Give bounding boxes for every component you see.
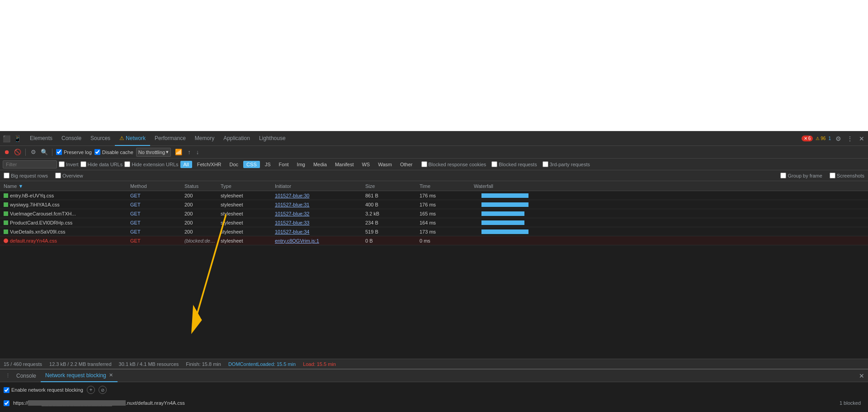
table-row[interactable]: ProductCard.EVI0DRHp.css GET 200 stylesh… — [0, 218, 868, 227]
filter-chip-media[interactable]: Media — [310, 161, 330, 168]
blocking-url: https://████████████████████.nuxt/defaul… — [13, 400, 185, 406]
tab-performance[interactable]: Performance — [150, 131, 190, 146]
col-initiator[interactable]: Initiator — [273, 183, 363, 189]
blocked-requests-checkbox[interactable] — [491, 161, 497, 167]
row-initiator-0[interactable]: 101527-blue:30 — [273, 193, 363, 198]
filter-chip-manifest[interactable]: Manifest — [332, 161, 357, 168]
hide-extension-urls-checkbox[interactable] — [124, 161, 130, 167]
col-status[interactable]: Status — [183, 183, 219, 189]
warning-count-badge[interactable]: ⚠ 96 — [816, 136, 826, 141]
enable-blocking-label[interactable]: Enable network request blocking — [4, 387, 83, 393]
tab-application[interactable]: Application — [219, 131, 255, 146]
filter-chip-wasm[interactable]: Wasm — [375, 161, 395, 168]
tab-memory[interactable]: Memory — [190, 131, 219, 146]
row-type-3: stylesheet — [219, 220, 273, 225]
col-time[interactable]: Time — [418, 183, 472, 189]
tab-console[interactable]: Console — [57, 131, 86, 146]
preserve-log-label[interactable]: Preserve log — [56, 149, 92, 155]
filter-chip-font[interactable]: Font — [276, 161, 292, 168]
blocked-requests-label[interactable]: Blocked requests — [491, 161, 537, 167]
tab-lighthouse[interactable]: Lighthouse — [255, 131, 290, 146]
bottom-tab-console[interactable]: Console — [12, 370, 41, 382]
tab-sources[interactable]: Sources — [86, 131, 115, 146]
hide-data-urls-checkbox[interactable] — [80, 161, 86, 167]
error-count-badge[interactable]: ✕ 6 — [802, 136, 813, 141]
row-type-0: stylesheet — [219, 193, 273, 198]
invert-label[interactable]: Invert — [59, 161, 79, 167]
big-request-rows-checkbox[interactable] — [4, 173, 9, 178]
col-waterfall[interactable]: Waterfall — [472, 183, 866, 189]
bottom-panel: ⋮ Console Network request blocking ✕ ✕ E… — [0, 369, 868, 412]
enable-blocking-checkbox[interactable] — [4, 387, 9, 393]
row-initiator-1[interactable]: 101527-blue:31 — [273, 202, 363, 207]
group-by-frame-label[interactable]: Group by frame — [780, 173, 822, 178]
col-method[interactable]: Method — [128, 183, 183, 189]
screenshots-checkbox[interactable] — [830, 173, 835, 178]
record-button[interactable]: ⏺ — [3, 148, 11, 156]
close-bottom-panel-btn[interactable]: ✕ — [859, 372, 864, 379]
filter-chip-all[interactable]: All — [180, 161, 192, 168]
col-size[interactable]: Size — [363, 183, 418, 189]
screenshots-label[interactable]: Screenshots — [830, 173, 864, 178]
hide-extension-urls-label[interactable]: Hide extension URLs — [124, 161, 178, 167]
info-count-badge[interactable]: 1 — [828, 136, 831, 141]
requests-count: 15 / 460 requests — [4, 361, 42, 367]
row-initiator-3[interactable]: 101527-blue:33 — [273, 220, 363, 225]
close-devtools-icon[interactable]: ✕ — [857, 134, 866, 143]
export-har-icon[interactable]: ↑ — [186, 149, 192, 155]
overview-label[interactable]: Overview — [55, 173, 83, 178]
remove-pattern-btn[interactable]: ⊘ — [99, 386, 107, 394]
filter-chip-js[interactable]: JS — [262, 161, 274, 168]
cursor-icon[interactable]: ⬛ — [2, 134, 11, 143]
overview-checkbox[interactable] — [55, 173, 61, 178]
third-party-requests-label[interactable]: 3rd-party requests — [542, 161, 590, 167]
device-icon[interactable]: 📱 — [13, 134, 22, 143]
table-row[interactable]: entry.hB-eUVYq.css GET 200 stylesheet 10… — [0, 191, 868, 200]
blocking-entry-checkbox[interactable] — [4, 400, 9, 406]
filter-icon[interactable]: ⚙ — [29, 148, 38, 156]
filter-chip-img[interactable]: Img — [294, 161, 308, 168]
more-icon[interactable]: ⋮ — [845, 134, 854, 143]
throttle-chevron-icon: ▾ — [166, 149, 169, 155]
disable-cache-checkbox[interactable] — [94, 149, 100, 155]
filter-chip-fetch-xhr[interactable]: Fetch/XHR — [194, 161, 225, 168]
row-name-2: VueImageCarousel.fcmTXH... — [2, 211, 128, 216]
add-pattern-btn[interactable]: + — [87, 386, 95, 394]
table-row[interactable]: wysiwyg.7iHlYA1A.css GET 200 stylesheet … — [0, 200, 868, 209]
filter-input[interactable] — [3, 160, 57, 169]
close-blocking-tab-btn[interactable]: ✕ — [109, 372, 113, 378]
row-ok-icon-4 — [4, 229, 8, 234]
blocked-cookies-label[interactable]: Blocked response cookies — [421, 161, 486, 167]
filter-chip-doc[interactable]: Doc — [226, 161, 242, 168]
settings-icon[interactable]: ⚙ — [834, 134, 843, 143]
table-row-blocked[interactable]: default.nrayYn4A.css GET (blocked:devtoo… — [0, 236, 868, 245]
import-har-icon[interactable]: ↓ — [195, 149, 201, 155]
panel-menu-icon[interactable]: ⋮ — [4, 372, 12, 380]
table-row[interactable]: VueImageCarousel.fcmTXH... GET 200 style… — [0, 209, 868, 218]
invert-checkbox[interactable] — [59, 161, 65, 167]
filter-chip-other[interactable]: Other — [397, 161, 416, 168]
col-type[interactable]: Type — [219, 183, 273, 189]
third-party-checkbox[interactable] — [542, 161, 548, 167]
network-conditions-icon[interactable]: 📶 — [174, 149, 184, 155]
disable-cache-label[interactable]: Disable cache — [94, 149, 133, 155]
row-initiator-2[interactable]: 101527-blue:32 — [273, 211, 363, 216]
filter-chip-css[interactable]: CSS — [243, 161, 260, 168]
row-initiator-4[interactable]: 101527-blue:34 — [273, 229, 363, 234]
big-request-rows-label[interactable]: Big request rows — [4, 173, 48, 178]
filter-chip-ws[interactable]: WS — [359, 161, 373, 168]
throttle-select[interactable]: No throttling ▾ — [136, 148, 171, 157]
clear-button[interactable]: 🚫 — [14, 148, 22, 156]
tab-network[interactable]: ⚠ Network — [115, 131, 150, 146]
preserve-log-checkbox[interactable] — [56, 149, 62, 155]
col-name[interactable]: Name ▼ — [2, 183, 128, 189]
table-row[interactable]: VueDetails.xnSaV09l.css GET 200 styleshe… — [0, 227, 868, 236]
bottom-tab-network-blocking[interactable]: Network request blocking ✕ — [41, 370, 118, 382]
group-by-frame-checkbox[interactable] — [780, 173, 786, 178]
tab-elements[interactable]: Elements — [25, 131, 57, 146]
search-icon[interactable]: 🔍 — [40, 148, 48, 156]
row-initiator-5[interactable]: entry.c8QGVrim.js:1 — [273, 238, 363, 243]
hide-data-urls-label[interactable]: Hide data URLs — [80, 161, 123, 167]
blocked-cookies-checkbox[interactable] — [421, 161, 427, 167]
row-time-0: 176 ms — [418, 193, 472, 198]
